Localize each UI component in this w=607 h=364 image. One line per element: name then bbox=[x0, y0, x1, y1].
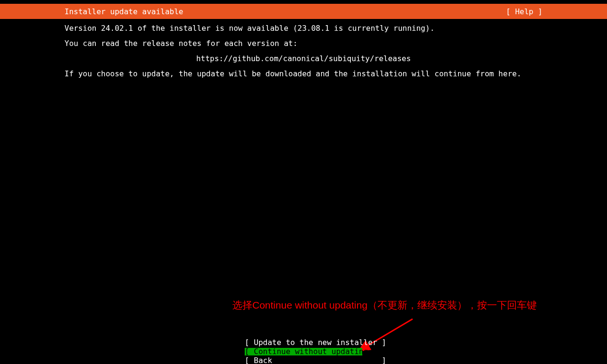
update-button[interactable]: [ Update to the new installer ] bbox=[245, 339, 362, 346]
annotation-text: 选择Continue without updating（不更新，继续安装），按一… bbox=[232, 299, 537, 312]
header-title: Installer update available bbox=[64, 7, 183, 16]
help-button[interactable]: [ Help ] bbox=[506, 7, 543, 16]
content-area: Version 24.02.1 of the installer is now … bbox=[0, 19, 607, 80]
release-notes-intro: You can read the release notes for each … bbox=[64, 38, 543, 49]
release-notes-url: https://github.com/canonical/subiquity/r… bbox=[64, 53, 543, 64]
back-button[interactable]: [ Back ] bbox=[245, 357, 362, 364]
header-bar: Installer update available [ Help ] bbox=[0, 4, 607, 19]
version-info-text: Version 24.02.1 of the installer is now … bbox=[64, 23, 543, 34]
update-info-text: If you choose to update, the update will… bbox=[64, 68, 543, 80]
action-buttons: [ Update to the new installer ] [ Contin… bbox=[0, 338, 607, 364]
continue-without-updating-button[interactable]: [ Continue without updating ] bbox=[245, 348, 362, 355]
